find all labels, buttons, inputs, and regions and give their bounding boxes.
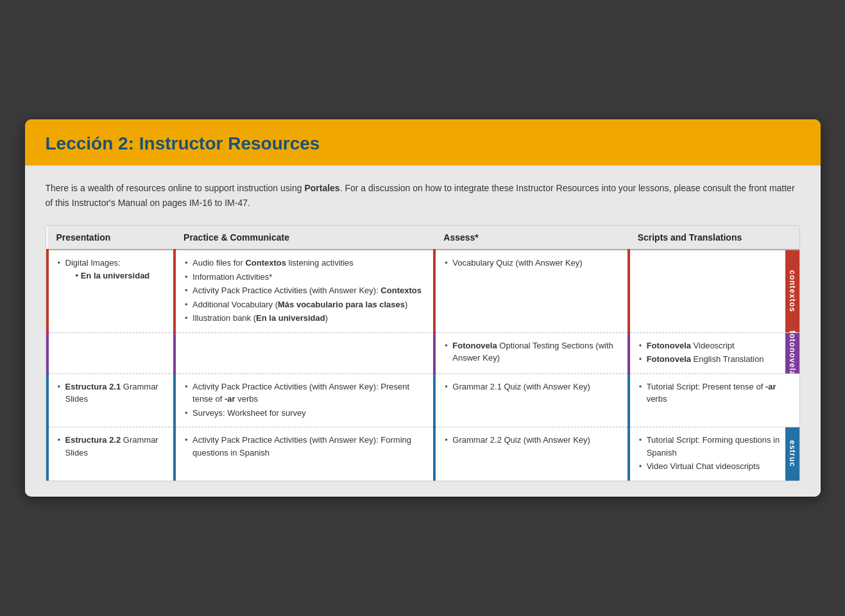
- list-item: Activity Pack Practice Activities (with …: [185, 381, 424, 406]
- resources-table: Presentation Practice & Communicate Asse…: [46, 226, 799, 481]
- cell-assess-fotonovela: Fotonovela Optional Testing Sections (wi…: [434, 332, 628, 373]
- table-header-row: Presentation Practice & Communicate Asse…: [47, 226, 799, 250]
- cell-presentation-estructura22: Estructura 2.2 Grammar Slides: [47, 427, 175, 481]
- list-item: Activity Pack Practice Activities (with …: [185, 284, 424, 297]
- cell-presentation-estructura21: Estructura 2.1 Grammar Slides: [47, 373, 175, 427]
- list-item: Vocabulary Quiz (with Answer Key): [445, 257, 618, 270]
- header-band: Lección 2: Instructor Resources: [25, 119, 821, 166]
- content-area: There is a wealth of resources online to…: [25, 166, 821, 496]
- list-item: Additional Vocabulary (Más vocabulario p…: [185, 298, 424, 311]
- page-title: Lección 2: Instructor Resources: [46, 133, 800, 154]
- cell-scripts-contextos: contextos: [629, 250, 799, 332]
- list-item: Video Virtual Chat videoscripts: [639, 460, 780, 473]
- list-item: Fotonovela English Translation: [639, 353, 780, 366]
- list-item: Estructura 2.2 Grammar Slides: [58, 434, 165, 459]
- list-item: Fotonovela Optional Testing Sections (wi…: [445, 339, 618, 364]
- list-item: Surveys: Worksheet for survey: [185, 407, 424, 420]
- intro-text-before: There is a wealth of resources online to…: [46, 183, 305, 193]
- list-item: Grammar 2.2 Quiz (with Answer Key): [445, 434, 618, 447]
- cell-practice-fotonovela: [175, 332, 434, 373]
- table-row: Fotonovela Optional Testing Sections (wi…: [47, 332, 799, 373]
- cell-assess-estructura22: Grammar 2.2 Quiz (with Answer Key): [434, 427, 628, 481]
- cell-scripts-estructura22: Tutorial Script: Forming questions in Sp…: [629, 427, 799, 481]
- col-presentation: Presentation: [47, 226, 175, 250]
- list-item: Illustration bank (En la universidad): [185, 312, 424, 325]
- cell-assess-estructura21: Grammar 2.1 Quiz (with Answer Key): [434, 373, 628, 427]
- cell-scripts-estructura21: Tutorial Script: Present tense of -ar ve…: [629, 373, 799, 427]
- col-scripts: Scripts and Translations: [629, 226, 799, 250]
- cell-assess-contextos: Vocabulary Quiz (with Answer Key): [434, 250, 628, 332]
- contextos-tab: contextos: [785, 250, 799, 332]
- resources-table-wrapper: Presentation Practice & Communicate Asse…: [46, 225, 800, 481]
- cell-practice-estructura22: Activity Pack Practice Activities (with …: [175, 427, 434, 481]
- list-item: Information Activities*: [185, 271, 424, 284]
- fotonovela-tab: fotonovela: [785, 333, 799, 373]
- table-row: Estructura 2.1 Grammar Slides Activity P…: [47, 373, 799, 427]
- list-item: Digital Images:• En la universidad: [58, 257, 165, 282]
- list-item: Grammar 2.1 Quiz (with Answer Key): [445, 381, 618, 393]
- list-item: Fotonovela Videoscript: [639, 339, 780, 352]
- cell-presentation-contextos: Digital Images:• En la universidad: [47, 250, 175, 332]
- cell-presentation-fotonovela: [47, 332, 175, 373]
- list-item: Audio files for Contextos listening acti…: [185, 257, 424, 270]
- estructura-tab: estruc: [785, 427, 799, 481]
- col-assess: Assess*: [434, 226, 628, 250]
- list-item: Tutorial Script: Present tense of -ar ve…: [639, 381, 780, 406]
- intro-brand: Portales: [304, 183, 339, 193]
- col-practice: Practice & Communicate: [175, 226, 434, 250]
- page-container: Lección 2: Instructor Resources There is…: [25, 119, 821, 496]
- table-row: Digital Images:• En la universidad Audio…: [47, 250, 799, 332]
- list-item: Activity Pack Practice Activities (with …: [185, 434, 424, 459]
- cell-scripts-fotonovela: Fotonovela Videoscript Fotonovela Englis…: [629, 332, 799, 373]
- list-item: Tutorial Script: Forming questions in Sp…: [639, 434, 780, 459]
- cell-practice-contextos: Audio files for Contextos listening acti…: [175, 250, 434, 332]
- intro-paragraph: There is a wealth of resources online to…: [46, 181, 800, 210]
- table-row: Estructura 2.2 Grammar Slides Activity P…: [47, 427, 799, 481]
- list-item: Estructura 2.1 Grammar Slides: [58, 381, 165, 406]
- cell-practice-estructura21: Activity Pack Practice Activities (with …: [175, 373, 434, 427]
